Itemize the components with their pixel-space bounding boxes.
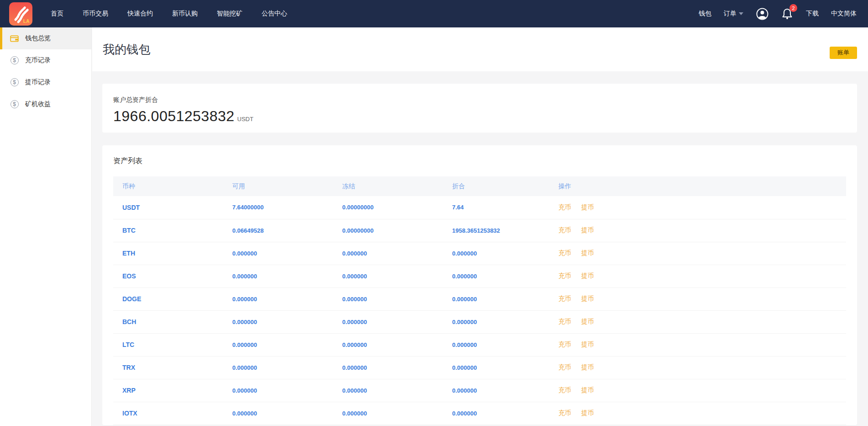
chevron-down-icon <box>739 12 743 15</box>
sidebar-item-label: 提币记录 <box>25 78 51 86</box>
coin-cell: IOTX <box>113 402 223 425</box>
frozen-cell: 0.000000 <box>333 379 443 402</box>
page-title: 我的钱包 <box>103 42 150 58</box>
available-cell: 0.000000 <box>223 333 333 356</box>
frozen-cell: 0.000000 <box>333 333 443 356</box>
nav-download-link[interactable]: 下载 <box>806 10 819 18</box>
available-cell: 0.000000 <box>223 356 333 379</box>
nav-wallet-link[interactable]: 钱包 <box>699 10 711 18</box>
asset-list-card: 资产列表 币种可用冻结折合操作 USDT7.640000000.00000000… <box>102 145 857 425</box>
asset-table: 币种可用冻结折合操作 USDT7.640000000.000000007.64充… <box>113 176 846 425</box>
logo-text: LA <box>23 19 30 24</box>
sidebar-item-3[interactable]: $矿机收益 <box>0 93 91 115</box>
main-content: 我的钱包 账单 账户总资产折合 1966.0051253832 USDT 资产列… <box>92 27 868 426</box>
actions-cell: 充币提币 <box>549 310 846 333</box>
available-cell: 0.000000 <box>223 288 333 310</box>
asset-row-BCH: BCH0.0000000.0000000.000000充币提币 <box>113 310 846 333</box>
nav-item-3[interactable]: 新币认购 <box>172 10 198 18</box>
deposit-link[interactable]: 充币 <box>558 318 571 325</box>
content-area: 账户总资产折合 1966.0051253832 USDT 资产列表 币种可用冻结… <box>92 71 868 426</box>
coin-cell: DOGE <box>113 288 223 310</box>
page-header: 我的钱包 账单 <box>92 27 868 71</box>
deposit-link[interactable]: 充币 <box>558 386 571 394</box>
bill-button[interactable]: 账单 <box>830 47 857 59</box>
deposit-link[interactable]: 充币 <box>558 249 571 256</box>
coin-cell: USDT <box>113 196 223 219</box>
available-cell: 0.000000 <box>223 379 333 402</box>
withdraw-link[interactable]: 提币 <box>581 226 594 234</box>
language-selector[interactable]: 中文简体 <box>831 10 857 18</box>
user-avatar-icon <box>756 8 768 20</box>
deposit-link[interactable]: 充币 <box>558 272 571 279</box>
available-cell: 0.000000 <box>223 242 333 265</box>
coin-cell: LTC <box>113 333 223 356</box>
deposit-link[interactable]: 充币 <box>558 295 571 302</box>
sidebar: 钱包总览$充币记录$提币记录$矿机收益 <box>0 27 92 426</box>
withdraw-link[interactable]: 提币 <box>581 295 594 302</box>
converted-cell: 0.000000 <box>443 402 549 425</box>
sidebar-item-0[interactable]: 钱包总览 <box>0 27 91 49</box>
asset-row-LTC: LTC0.0000000.0000000.000000充币提币 <box>113 333 846 356</box>
app-logo[interactable]: LA <box>9 2 32 26</box>
converted-cell: 0.000000 <box>443 265 549 288</box>
frozen-cell: 0.00000000 <box>333 196 443 219</box>
asset-list-title: 资产列表 <box>113 156 846 166</box>
deposit-link[interactable]: 充币 <box>558 363 571 371</box>
actions-cell: 充币提币 <box>549 219 846 242</box>
sidebar-item-label: 矿机收益 <box>25 100 51 108</box>
sidebar-item-label: 钱包总览 <box>25 34 51 43</box>
available-cell: 0.000000 <box>223 310 333 333</box>
frozen-cell: 0.000000 <box>333 265 443 288</box>
deposit-link[interactable]: 充币 <box>558 203 571 211</box>
converted-cell: 0.000000 <box>443 333 549 356</box>
asset-row-USDT: USDT7.640000000.000000007.64充币提币 <box>113 196 846 219</box>
withdraw-link[interactable]: 提币 <box>581 341 594 348</box>
nav-item-2[interactable]: 快速合约 <box>127 10 153 18</box>
deposit-link[interactable]: 充币 <box>558 409 571 416</box>
nav-right: 钱包 订单 2 下载 中文简体 <box>699 7 868 20</box>
asset-table-header-row: 币种可用冻结折合操作 <box>113 176 846 196</box>
converted-cell: 1958.3651253832 <box>443 219 549 242</box>
asset-row-IOTX: IOTX0.0000000.0000000.000000充币提币 <box>113 402 846 425</box>
frozen-cell: 0.00000000 <box>333 219 443 242</box>
total-assets-label: 账户总资产折合 <box>113 96 846 104</box>
dollar-icon: $ <box>10 78 19 87</box>
withdraw-link[interactable]: 提币 <box>581 249 594 256</box>
sidebar-item-2[interactable]: $提币记录 <box>0 71 91 93</box>
withdraw-link[interactable]: 提币 <box>581 318 594 325</box>
converted-cell: 0.000000 <box>443 310 549 333</box>
frozen-cell: 0.000000 <box>333 356 443 379</box>
column-header-0: 币种 <box>113 176 223 196</box>
total-assets-card: 账户总资产折合 1966.0051253832 USDT <box>102 84 857 133</box>
dollar-icon: $ <box>10 56 19 65</box>
asset-table-body: USDT7.640000000.000000007.64充币提币BTC0.066… <box>113 196 846 425</box>
coin-cell: BTC <box>113 219 223 242</box>
notifications-button[interactable]: 2 <box>781 7 794 20</box>
column-header-3: 折合 <box>443 176 549 196</box>
frozen-cell: 0.000000 <box>333 310 443 333</box>
frozen-cell: 0.000000 <box>333 288 443 310</box>
available-cell: 0.000000 <box>223 265 333 288</box>
nav-item-4[interactable]: 智能挖矿 <box>217 10 242 18</box>
coin-cell: TRX <box>113 356 223 379</box>
frozen-cell: 0.000000 <box>333 402 443 425</box>
withdraw-link[interactable]: 提币 <box>581 272 594 279</box>
notification-badge: 2 <box>789 4 797 12</box>
nav-orders-dropdown[interactable]: 订单 <box>724 10 743 18</box>
top-nav: LA 首页币币交易快速合约新币认购智能挖矿公告中心 钱包 订单 2 下载 中文简… <box>0 0 868 27</box>
deposit-link[interactable]: 充币 <box>558 226 571 234</box>
nav-item-1[interactable]: 币币交易 <box>83 10 108 18</box>
nav-item-0[interactable]: 首页 <box>51 10 63 18</box>
withdraw-link[interactable]: 提币 <box>581 203 594 211</box>
sidebar-item-1[interactable]: $充币记录 <box>0 49 91 71</box>
asset-row-BTC: BTC0.066495280.000000001958.3651253832充币… <box>113 219 846 242</box>
deposit-link[interactable]: 充币 <box>558 341 571 348</box>
available-cell: 0.06649528 <box>223 219 333 242</box>
asset-row-ETH: ETH0.0000000.0000000.000000充币提币 <box>113 242 846 265</box>
actions-cell: 充币提币 <box>549 288 846 310</box>
nav-item-5[interactable]: 公告中心 <box>262 10 287 18</box>
withdraw-link[interactable]: 提币 <box>581 386 594 394</box>
account-button[interactable] <box>756 7 768 20</box>
withdraw-link[interactable]: 提币 <box>581 409 594 416</box>
withdraw-link[interactable]: 提币 <box>581 363 594 371</box>
